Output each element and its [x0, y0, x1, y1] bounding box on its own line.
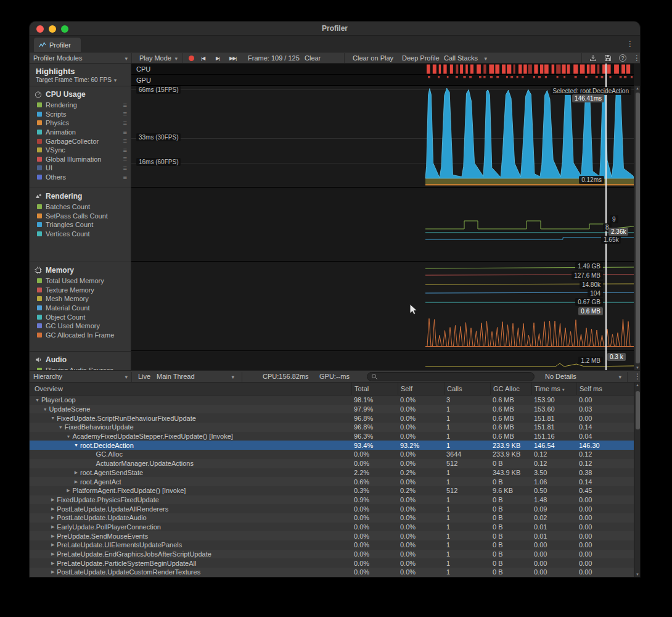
- view-mode-dropdown[interactable]: Hierarchy: [30, 371, 131, 382]
- save-profile-icon[interactable]: [600, 52, 615, 64]
- expand-toggle-icon[interactable]: ▶: [49, 497, 57, 502]
- scroll-down-icon[interactable]: [634, 573, 640, 576]
- expand-toggle-icon[interactable]: ▶: [49, 515, 57, 520]
- table-row[interactable]: ▼FixedUpdate.ScriptRunBehaviourFixedUpda…: [30, 413, 634, 423]
- call-stacks-dropdown[interactable]: Call Stacks: [440, 52, 491, 64]
- scrollbar-thumb[interactable]: [636, 93, 640, 363]
- drag-handle-icon[interactable]: ≡: [123, 102, 127, 109]
- table-row[interactable]: ▼FixedBehaviourUpdate96.8%0.0%10.6 MB151…: [30, 423, 634, 432]
- drag-handle-icon[interactable]: ≡: [123, 120, 127, 126]
- rendering-chart[interactable]: 982.36k1.65k: [131, 188, 634, 262]
- collapse-toggle-icon[interactable]: ▼: [72, 443, 80, 447]
- thread-dropdown[interactable]: Main Thread: [153, 371, 238, 382]
- collapse-toggle-icon[interactable]: ▼: [33, 398, 41, 402]
- table-row[interactable]: ▶PostLateUpdate.UpdateAudio0.0%0.0%10 B0…: [30, 513, 634, 523]
- column-self[interactable]: Self: [398, 383, 444, 395]
- clear-button[interactable]: Clear: [301, 52, 324, 64]
- expand-toggle-icon[interactable]: ▶: [49, 552, 57, 557]
- table-row[interactable]: ▼root.DecideAction93.4%93.2%1233.9 KB146…: [30, 441, 634, 450]
- live-toggle[interactable]: Live: [134, 371, 154, 382]
- load-profile-icon[interactable]: [586, 52, 600, 64]
- expand-toggle-icon[interactable]: ▶: [49, 569, 57, 574]
- expand-toggle-icon[interactable]: ▶: [49, 534, 57, 539]
- minimize-button[interactable]: [49, 25, 56, 33]
- titlebar[interactable]: Profiler: [30, 22, 640, 36]
- search-input[interactable]: [380, 373, 530, 381]
- toolbar-menu-icon[interactable]: ⋮: [629, 52, 640, 64]
- maximize-button[interactable]: [61, 25, 68, 33]
- legend-item-batches-count[interactable]: Batches Count: [30, 202, 131, 212]
- deep-profile-toggle[interactable]: Deep Profile: [398, 52, 443, 64]
- table-row[interactable]: ▶root.AgentSendState2.2%0.2%1343.9 KB3.5…: [30, 468, 634, 478]
- legend-item-rendering[interactable]: Rendering≡: [30, 101, 131, 110]
- legend-item-playing-audio-sources[interactable]: Playing Audio Sources: [30, 366, 131, 370]
- audio-module-header[interactable]: Audio: [30, 352, 131, 366]
- table-row[interactable]: ▶PostLateUpdate.UpdateAllRenderers0.0%0.…: [30, 504, 634, 513]
- table-row[interactable]: ▶root.AgentAct0.6%0.0%10 B1.060.14: [30, 477, 634, 486]
- drag-handle-icon[interactable]: ≡: [123, 165, 127, 172]
- frame-timeline[interactable]: CPU GPU: [131, 64, 634, 86]
- table-row[interactable]: ▼AcademyFixedUpdateStepper.FixedUpdate()…: [30, 432, 634, 441]
- tab-profiler[interactable]: Profiler: [34, 38, 81, 52]
- legend-item-gc-allocated-in-frame[interactable]: GC Allocated In Frame: [30, 331, 131, 340]
- expand-toggle-icon[interactable]: ▶: [49, 507, 57, 511]
- expand-toggle-icon[interactable]: ▶: [64, 488, 72, 493]
- expand-toggle-icon[interactable]: ▶: [72, 470, 80, 475]
- legend-item-triangles-count[interactable]: Triangles Count: [30, 220, 131, 230]
- expand-toggle-icon[interactable]: ▶: [49, 561, 57, 566]
- table-row[interactable]: GC.Alloc0.0%0.0%3644233.9 KB0.120.12: [30, 450, 634, 459]
- legend-item-global-illumination[interactable]: Global Illumination≡: [30, 155, 131, 164]
- legend-item-vertices-count[interactable]: Vertices Count: [30, 230, 131, 239]
- scroll-up-icon[interactable]: [634, 86, 640, 90]
- help-icon[interactable]: ?: [615, 52, 630, 64]
- column-total[interactable]: Total: [351, 383, 398, 395]
- collapse-toggle-icon[interactable]: ▼: [41, 407, 49, 412]
- table-row[interactable]: ▶PreLateUpdate.EndGraphicsJobsAfterScrip…: [30, 550, 634, 559]
- legend-item-garbagecollector[interactable]: GarbageCollector≡: [30, 136, 131, 146]
- legend-item-ui[interactable]: UI≡: [30, 164, 131, 173]
- legend-item-setpass-calls-count[interactable]: SetPass Calls Count: [30, 212, 131, 221]
- profiler-modules-dropdown[interactable]: Profiler Modules: [30, 52, 131, 64]
- table-row[interactable]: ▶EarlyUpdate.PollPlayerConnection0.0%0.0…: [30, 523, 634, 532]
- cpu-module-header[interactable]: CPU Usage: [30, 86, 131, 101]
- drag-handle-icon[interactable]: ≡: [123, 174, 127, 181]
- next-frame-button[interactable]: ▶|: [212, 52, 223, 64]
- table-row[interactable]: ▼PlayerLoop98.1%0.0%30.6 MB153.900.00: [30, 395, 634, 405]
- legend-item-material-count[interactable]: Material Count: [30, 304, 131, 313]
- expand-toggle-icon[interactable]: ▶: [49, 524, 57, 529]
- column-calls[interactable]: Calls: [444, 383, 490, 395]
- drag-handle-icon[interactable]: ≡: [123, 155, 127, 162]
- table-row[interactable]: ▶PlatformAgent.FixedUpdate() [Invoke]0.3…: [30, 486, 634, 495]
- legend-item-others[interactable]: Others≡: [30, 173, 131, 182]
- table-row[interactable]: ▶FixedUpdate.PhysicsFixedUpdate0.9%0.0%1…: [30, 495, 634, 505]
- cpu-usage-chart[interactable]: 66ms (15FPS)33ms (30FPS)16ms (60FPS)Sele…: [131, 86, 634, 188]
- scroll-down-icon[interactable]: [634, 366, 640, 370]
- legend-item-total-used-memory[interactable]: Total Used Memory: [30, 276, 131, 286]
- current-frame-button[interactable]: ▶▶|: [226, 52, 240, 64]
- legend-item-physics[interactable]: Physics≡: [30, 118, 131, 128]
- rendering-module-header[interactable]: Rendering: [30, 188, 131, 202]
- audio-chart[interactable]: 0.3 k1.2 MB: [131, 351, 634, 370]
- drag-handle-icon[interactable]: ≡: [123, 110, 127, 117]
- legend-item-gc-used-memory[interactable]: GC Used Memory: [30, 321, 131, 331]
- table-row[interactable]: ▶PreUpdate.SendMouseEvents0.0%0.0%10 B0.…: [30, 531, 634, 540]
- scrollbar-thumb[interactable]: [636, 391, 640, 429]
- collapse-toggle-icon[interactable]: ▼: [49, 416, 57, 420]
- drag-handle-icon[interactable]: ≡: [123, 129, 127, 136]
- target-frame-time-dropdown[interactable]: Target Frame Time: 60 FPS: [30, 77, 131, 83]
- column-time-ms[interactable]: Time ms: [531, 383, 576, 395]
- table-scrollbar[interactable]: [634, 383, 640, 577]
- tab-menu-icon[interactable]: ⋮: [626, 39, 634, 48]
- legend-item-texture-memory[interactable]: Texture Memory: [30, 286, 131, 295]
- clear-on-play-toggle[interactable]: Clear on Play: [349, 52, 397, 64]
- selected-frame-line[interactable]: [605, 64, 607, 370]
- table-row[interactable]: ActuatorManager.UpdateActions0.0%0.0%512…: [30, 459, 634, 468]
- collapse-toggle-icon[interactable]: ▼: [64, 434, 72, 439]
- column-gc-alloc[interactable]: GC Alloc: [490, 383, 531, 395]
- charts-scrollbar[interactable]: [634, 86, 640, 370]
- drag-handle-icon[interactable]: ≡: [123, 147, 127, 154]
- search-box[interactable]: [367, 372, 535, 381]
- scroll-up-icon[interactable]: [634, 383, 640, 387]
- drag-handle-icon[interactable]: ≡: [123, 138, 127, 144]
- legend-item-animation[interactable]: Animation≡: [30, 128, 131, 137]
